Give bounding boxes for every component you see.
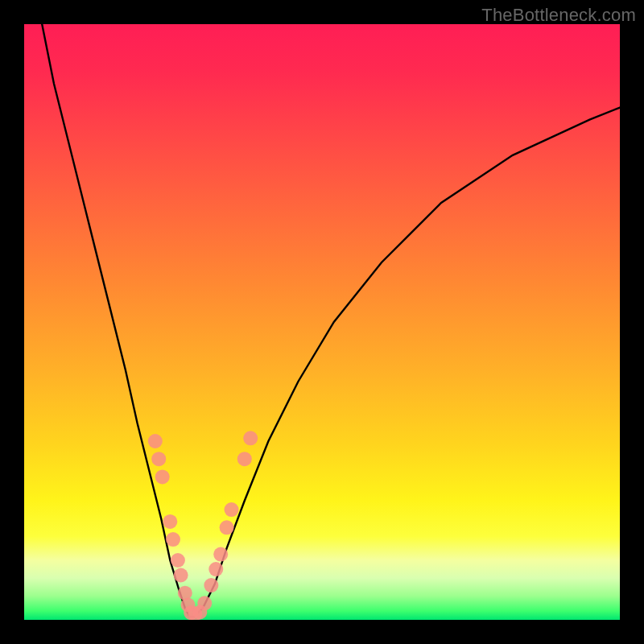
watermark-text: TheBottleneck.com bbox=[481, 5, 636, 26]
marker-dot bbox=[151, 452, 166, 466]
bottleneck-curve bbox=[42, 24, 620, 617]
marker-dot bbox=[243, 431, 258, 445]
marker-dot bbox=[155, 469, 170, 484]
marker-dot bbox=[166, 532, 180, 547]
marker-dot bbox=[225, 502, 239, 517]
marker-dot bbox=[174, 568, 188, 583]
marker-dot bbox=[213, 547, 228, 562]
marker-dot bbox=[171, 553, 185, 568]
chart-svg bbox=[24, 24, 620, 620]
marker-dot bbox=[237, 452, 252, 466]
marker-dot bbox=[197, 596, 212, 610]
marker-dot bbox=[220, 520, 234, 535]
marker-dot bbox=[163, 514, 177, 529]
chart-plot-area bbox=[24, 24, 620, 620]
highlighted-points bbox=[148, 431, 258, 620]
marker-dot bbox=[204, 578, 218, 592]
marker-dot bbox=[148, 434, 163, 448]
marker-dot bbox=[208, 562, 223, 576]
chart-frame: TheBottleneck.com bbox=[0, 0, 644, 644]
